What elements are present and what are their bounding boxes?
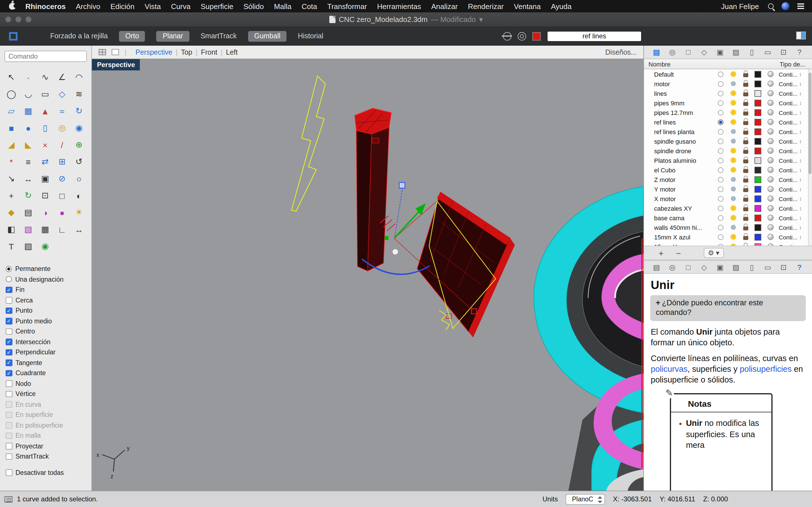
checkbox-icon[interactable] — [6, 380, 12, 387]
layer-row-platos-aluminio[interactable]: Platos aluminioConti...↕ — [644, 156, 812, 165]
scene-canvas[interactable]: x y z — [92, 59, 644, 491]
mobile-panel-icon[interactable]: ▯ — [746, 263, 758, 271]
color-tool[interactable]: ◑ — [37, 204, 54, 221]
current-layer-radio[interactable] — [718, 71, 723, 77]
linetype-updown-icon[interactable]: ↕ — [799, 224, 802, 230]
current-layer-radio[interactable] — [718, 205, 723, 211]
render-tool[interactable]: ▧ — [20, 221, 37, 238]
visibility-bulb-icon[interactable] — [730, 158, 735, 163]
menu-superficie[interactable]: Superficie — [196, 2, 239, 10]
menu-herramientas[interactable]: Herramientas — [372, 2, 426, 10]
extrude-tool[interactable]: ▲ — [37, 103, 54, 119]
layer-row-spindle-gusano[interactable]: spindle gusanoConti...↕ — [644, 136, 812, 146]
scale-tool[interactable]: ↘ — [3, 170, 20, 187]
radio-icon[interactable] — [6, 276, 12, 283]
linetype-updown-icon[interactable]: ↕ — [799, 119, 802, 125]
linetype-updown-icon[interactable]: ↕ — [799, 158, 802, 163]
policurvas-link[interactable]: policurvas — [651, 364, 688, 374]
layouts-button[interactable]: Diseños... — [605, 48, 637, 56]
viewport-badge[interactable]: Perspective — [92, 59, 140, 70]
lock-icon[interactable] — [743, 121, 748, 125]
layer-color-swatch[interactable] — [755, 80, 761, 87]
linetype-label[interactable]: Conti... — [779, 109, 798, 116]
layer-row-base-cama[interactable]: base camaConti...↕ — [644, 213, 812, 223]
lock-icon[interactable] — [743, 140, 748, 144]
layer-color-swatch[interactable] — [755, 233, 761, 240]
title-chevron-icon[interactable]: ▾ — [479, 15, 483, 24]
chamfer-tool[interactable]: ◣ — [20, 136, 37, 153]
lock-icon[interactable] — [743, 169, 748, 173]
pan-tool[interactable]: + — [3, 187, 20, 204]
material-icon[interactable] — [767, 186, 773, 192]
trim-tool[interactable]: × — [37, 136, 54, 153]
layers-panel-icon[interactable]: ▤ — [650, 263, 663, 271]
toggle-smarttrack[interactable]: SmartTrack — [200, 32, 237, 40]
osnap-proyectar[interactable]: Proyectar — [0, 441, 91, 451]
linetype-label[interactable]: Conti... — [779, 147, 798, 154]
checkbox-icon[interactable]: ✓ — [6, 349, 12, 355]
material-icon[interactable] — [767, 215, 773, 221]
lock-icon[interactable] — [743, 236, 748, 240]
checkbox-icon[interactable]: ✓ — [6, 286, 12, 293]
layer-row-x-motor[interactable]: X motorConti...↕ — [644, 194, 812, 203]
layers-gear-button[interactable]: ⚙ ▾ — [703, 248, 724, 258]
layer-color-swatch[interactable] — [755, 90, 761, 97]
visibility-bulb-icon[interactable] — [730, 167, 735, 172]
linetype-updown-icon[interactable]: ↕ — [799, 138, 802, 144]
layer-color-swatch[interactable] — [755, 243, 761, 245]
menu-transformar[interactable]: Transformar — [322, 2, 372, 10]
layer-row-default[interactable]: DefaultConti...↕ — [644, 69, 812, 79]
layer-color-swatch[interactable] — [755, 157, 761, 164]
linetype-updown-icon[interactable]: ↕ — [799, 177, 802, 182]
checkbox-icon[interactable] — [6, 328, 12, 335]
material-icon[interactable] — [767, 234, 773, 240]
material-icon[interactable] — [767, 148, 773, 154]
linetype-updown-icon[interactable]: ↕ — [799, 110, 802, 115]
menu-app-name[interactable]: Rhinoceros — [20, 2, 71, 10]
checkbox-icon[interactable] — [6, 297, 12, 303]
lock-icon[interactable] — [743, 159, 748, 163]
circle-tool[interactable]: ◯ — [3, 86, 20, 103]
linetype-updown-icon[interactable]: ↕ — [799, 91, 802, 96]
material-icon[interactable] — [767, 176, 773, 182]
linetype-label[interactable]: Conti... — [779, 90, 798, 97]
split-tool[interactable]: / — [54, 136, 70, 153]
helix-tool[interactable]: ≋ — [70, 86, 87, 103]
layer-color-swatch[interactable] — [755, 205, 761, 212]
visibility-bulb-icon[interactable] — [730, 91, 735, 96]
text-tool[interactable]: T — [3, 238, 20, 255]
cplane-select[interactable]: PlanoC — [566, 494, 605, 504]
linetype-label[interactable]: Conti... — [779, 128, 798, 135]
linetype-label[interactable]: Conti... — [779, 71, 798, 77]
surface-tool[interactable]: ▱ — [3, 103, 20, 119]
visibility-bulb-icon[interactable] — [730, 100, 735, 105]
linetype-updown-icon[interactable]: ↕ — [799, 167, 802, 173]
layer-row-lines[interactable]: linesConti...↕ — [644, 89, 812, 98]
curve-tool[interactable]: ∿ — [37, 69, 54, 86]
checkbox-icon[interactable]: ✓ — [6, 370, 12, 376]
blocks-panel-icon[interactable]: ◇ — [698, 263, 710, 271]
materials-panel-icon[interactable]: ◎ — [666, 48, 679, 56]
current-layer-radio[interactable] — [718, 244, 723, 245]
remove-layer-button[interactable]: − — [676, 248, 681, 258]
shade-tool[interactable]: ◧ — [3, 221, 20, 238]
visibility-bulb-icon[interactable] — [730, 129, 735, 134]
disable-all-checkbox[interactable] — [6, 469, 12, 476]
current-layer-radio[interactable] — [718, 138, 723, 144]
visibility-bulb-icon[interactable] — [730, 177, 735, 182]
current-layer-radio[interactable] — [718, 81, 723, 87]
lock-icon[interactable] — [743, 131, 748, 135]
layer-row-pipes-12-7mm[interactable]: pipes 12.7mmConti...↕ — [644, 108, 812, 117]
select-points-tool[interactable]: ∙ — [20, 69, 37, 86]
layer-color-swatch[interactable] — [755, 147, 761, 154]
checkbox-icon[interactable]: ✓ — [6, 359, 12, 366]
menu-s-lido[interactable]: Sólido — [238, 2, 269, 10]
panel-toggle-icon[interactable] — [796, 32, 806, 40]
orbit-tool[interactable]: ↻ — [20, 187, 37, 204]
material-icon[interactable] — [767, 128, 773, 135]
checkbox-icon[interactable]: ✓ — [6, 339, 12, 345]
layer-tool[interactable]: ▤ — [20, 204, 37, 221]
layer-color-swatch[interactable] — [755, 119, 761, 125]
single-view-icon[interactable] — [112, 49, 119, 55]
mirror-tool[interactable]: ⇄ — [37, 153, 54, 170]
